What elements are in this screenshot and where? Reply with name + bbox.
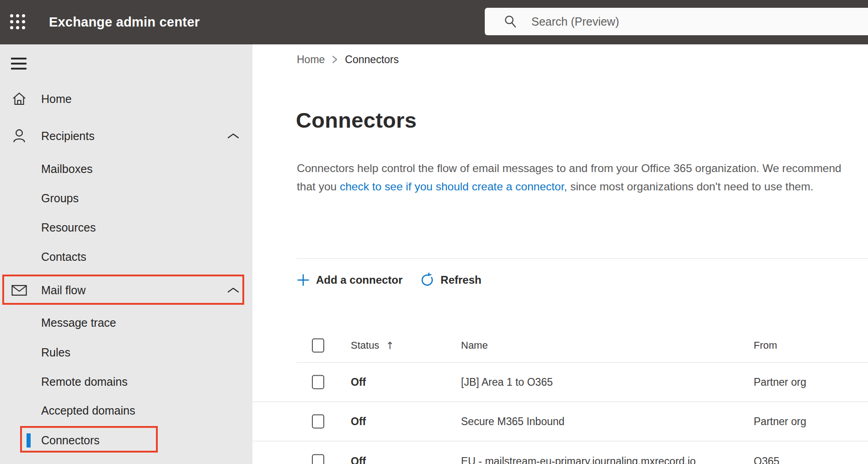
select-all-checkbox[interactable] — [312, 339, 324, 353]
table-row[interactable]: Off [JB] Area 1 to O365 Partner org — [252, 363, 868, 402]
add-connector-button[interactable]: Add a connector — [296, 273, 402, 287]
app-launcher-icon[interactable] — [10, 14, 27, 31]
chevron-right-icon — [332, 54, 338, 65]
refresh-label: Refresh — [440, 274, 481, 286]
app-title: Exchange admin center — [49, 0, 200, 44]
create-connector-check-link[interactable]: check to see if you should create a conn… — [340, 180, 567, 193]
search-icon — [503, 14, 518, 29]
chevron-up-icon — [227, 286, 240, 294]
main-content: Home Connectors Connectors Connectors he… — [252, 44, 868, 464]
sidebar-item-label: Rules — [41, 346, 70, 359]
sidebar-item-mailboxes[interactable]: Mailboxes — [0, 154, 252, 183]
description-text-after: since most organizations don't need to u… — [567, 180, 814, 193]
refresh-button[interactable]: Refresh — [420, 273, 481, 287]
column-header-name[interactable]: Name — [461, 340, 488, 351]
add-connector-label: Add a connector — [316, 274, 402, 286]
sidebar-item-label: Contacts — [41, 250, 86, 264]
top-bar: Exchange admin center — [0, 0, 868, 44]
cell-from: Partner org — [754, 376, 806, 388]
sidebar-item-label: Remote domains — [41, 375, 128, 388]
mail-icon — [11, 281, 28, 299]
row-checkbox[interactable] — [312, 454, 324, 464]
sidebar-item-rules[interactable]: Rules — [0, 338, 252, 367]
cell-status: Off — [351, 376, 366, 388]
breadcrumb: Home Connectors — [297, 52, 399, 67]
cell-name: EU - mailstream-eu-primary.journaling.mx… — [461, 455, 696, 464]
column-header-from[interactable]: From — [754, 340, 777, 351]
search-input[interactable] — [530, 15, 823, 29]
sidebar-item-mail-flow[interactable]: Mail flow — [0, 275, 252, 305]
sidebar-nav: Home Recipients Mailboxes Groups Resourc… — [0, 44, 252, 464]
sidebar-item-message-trace[interactable]: Message trace — [0, 308, 252, 337]
home-icon — [11, 90, 28, 108]
row-checkbox[interactable] — [312, 415, 324, 429]
page-description: Connectors help control the flow of emai… — [297, 159, 858, 196]
cell-name: Secure M365 Inbound — [461, 415, 564, 428]
cell-from: O365 — [754, 455, 779, 464]
refresh-icon — [420, 273, 434, 287]
sidebar-item-label: Home — [41, 92, 72, 106]
chevron-up-icon — [227, 132, 240, 140]
toolbar: Add a connector Refresh — [296, 270, 499, 291]
sidebar-item-label: Mailboxes — [41, 162, 93, 176]
breadcrumb-current: Connectors — [345, 54, 399, 66]
sidebar-item-groups[interactable]: Groups — [0, 183, 252, 213]
sidebar-item-label: Groups — [41, 192, 79, 205]
plus-icon — [296, 273, 310, 287]
row-checkbox[interactable] — [312, 375, 324, 389]
selected-item-indicator — [27, 433, 31, 448]
sidebar-item-home[interactable]: Home — [0, 84, 252, 113]
cell-from: Partner org — [754, 415, 806, 428]
sidebar-item-label: Recipients — [41, 129, 95, 143]
search-box[interactable] — [485, 8, 868, 35]
sidebar-item-label: Connectors — [41, 434, 100, 447]
cell-name: [JB] Area 1 to O365 — [461, 376, 553, 388]
cell-status: Off — [351, 415, 366, 428]
cell-status: Off — [351, 455, 366, 464]
sidebar-item-accepted-domains[interactable]: Accepted domains — [0, 396, 252, 425]
table-header-row: Status ↑ Name From — [252, 331, 868, 360]
sidebar-item-recipients[interactable]: Recipients — [0, 121, 252, 151]
sidebar-item-remote-domains[interactable]: Remote domains — [0, 367, 252, 396]
breadcrumb-home-link[interactable]: Home — [297, 54, 325, 66]
column-header-status[interactable]: Status ↑ — [351, 340, 394, 351]
table-row[interactable]: Off Secure M365 Inbound Partner org — [252, 402, 868, 442]
table-row[interactable]: Off EU - mailstream-eu-primary.journalin… — [252, 442, 868, 464]
hamburger-menu-icon[interactable] — [11, 58, 27, 70]
toolbar-divider — [296, 258, 868, 259]
sidebar-item-resources[interactable]: Resources — [0, 213, 252, 242]
sidebar-item-connectors[interactable]: Connectors — [0, 426, 252, 455]
sidebar-item-label: Resources — [41, 221, 96, 234]
page-title: Connectors — [296, 108, 417, 133]
sidebar-item-label: Mail flow — [41, 284, 86, 297]
sidebar-item-label: Message trace — [41, 316, 116, 329]
sidebar-item-contacts[interactable]: Contacts — [0, 242, 252, 271]
person-icon — [11, 127, 28, 145]
sort-ascending-icon: ↑ — [386, 340, 394, 351]
sidebar-item-label: Accepted domains — [41, 404, 135, 417]
